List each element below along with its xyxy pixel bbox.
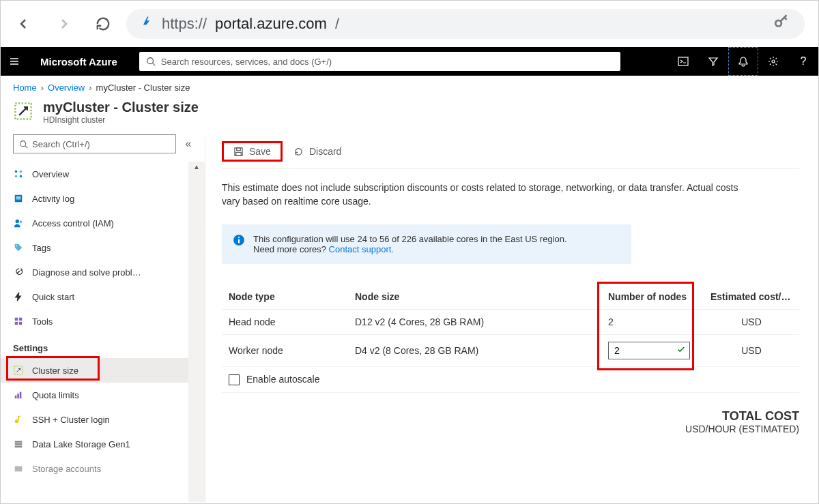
svg-point-3 [772, 60, 775, 63]
chevron-right-icon: › [89, 83, 91, 93]
browser-url-bar[interactable]: https://portal.azure.com/ [126, 9, 805, 39]
settings-icon[interactable] [758, 47, 788, 76]
table-row: Head node D12 v2 (4 Cores, 28 GB RAM) 2 … [222, 310, 799, 335]
svg-point-6 [15, 171, 18, 173]
browser-reload-button[interactable] [94, 14, 113, 33]
checkbox-icon [229, 374, 240, 385]
save-button[interactable]: Save [222, 141, 283, 162]
info-icon [233, 234, 245, 246]
contact-support-link[interactable]: Contact support. [329, 244, 394, 254]
page-subtitle: HDInsight cluster [43, 115, 199, 125]
svg-point-8 [15, 175, 18, 178]
svg-rect-26 [18, 416, 20, 417]
checkmark-icon [676, 345, 686, 357]
sidebar-search-placeholder: Search (Ctrl+/) [32, 139, 90, 149]
nodes-table: Node type Node size Number of nodes Esti… [222, 284, 799, 393]
access-control-icon [13, 218, 24, 228]
svg-point-15 [16, 246, 18, 247]
discard-button[interactable]: Discard [285, 141, 349, 162]
sidebar-item-data-lake[interactable]: Data Lake Storage Gen1 [1, 432, 188, 456]
activity-log-icon [13, 193, 24, 204]
help-icon[interactable]: ? [788, 47, 818, 76]
sidebar-heading-settings: Settings [1, 333, 188, 358]
svg-rect-18 [15, 322, 18, 325]
svg-point-7 [20, 171, 23, 173]
svg-rect-23 [20, 392, 22, 399]
notifications-icon[interactable] [728, 47, 758, 76]
svg-rect-17 [19, 318, 22, 321]
svg-rect-19 [19, 322, 22, 325]
directory-filter-icon[interactable] [698, 47, 728, 76]
svg-rect-33 [236, 152, 242, 155]
sidebar-item-label: Cluster size [32, 366, 78, 376]
sidebar-item-tools[interactable]: Tools [1, 309, 188, 333]
cell-num-nodes: 2 [601, 310, 704, 335]
browser-back-button[interactable] [14, 14, 33, 33]
page-header: myCluster - Cluster size HDInsight clust… [1, 97, 818, 134]
cell-num-nodes [601, 335, 704, 367]
sidebar-item-label: Tools [32, 316, 53, 327]
azure-top-bar: Microsoft Azure Search resources, servic… [1, 47, 818, 76]
sidebar-item-tags[interactable]: Tags [1, 235, 188, 260]
sidebar-search-input[interactable]: Search (Ctrl+/) [13, 134, 176, 153]
sidebar-item-label: Quick start [32, 292, 74, 302]
total-cost-title: TOTAL COST [222, 409, 799, 424]
sidebar-item-cluster-size[interactable]: Cluster size [1, 358, 188, 383]
browser-forward-button[interactable] [54, 14, 73, 33]
info-message: This configuration will use 24 to 56 of … [222, 224, 631, 264]
sidebar-item-quota-limits[interactable]: Quota limits [1, 383, 188, 407]
col-est-cost: Estimated cost/… [704, 284, 799, 310]
sidebar-item-storage-accounts[interactable]: Storage accounts [1, 456, 188, 481]
key-icon [773, 13, 791, 35]
total-cost: TOTAL COST USD/HOUR (ESTIMATED) [222, 409, 799, 434]
data-lake-icon [13, 439, 24, 449]
hamburger-menu-button[interactable] [1, 56, 28, 67]
sidebar-scrollbar[interactable]: ▲ [188, 162, 205, 502]
svg-rect-27 [15, 441, 23, 443]
sidebar-item-quick-start[interactable]: Quick start [1, 284, 188, 309]
collapse-sidebar-button[interactable]: « [182, 138, 195, 150]
svg-rect-30 [15, 466, 23, 472]
svg-rect-35 [238, 239, 240, 243]
brand-label: Microsoft Azure [28, 56, 132, 68]
autoscale-row: Enable autoscale [222, 367, 799, 393]
sidebar-item-ssh-login[interactable]: SSH + Cluster login [1, 407, 188, 432]
sidebar-item-label: Access control (IAM) [32, 218, 114, 228]
svg-rect-29 [15, 446, 23, 448]
url-scheme: https:// [162, 15, 207, 33]
description-text: This estimate does not include subscript… [222, 181, 754, 208]
col-num-nodes: Number of nodes [601, 284, 704, 310]
svg-rect-28 [15, 443, 23, 445]
svg-point-13 [16, 220, 19, 223]
sidebar-item-overview[interactable]: Overview [1, 162, 188, 186]
chevron-right-icon: › [41, 83, 44, 93]
sidebar-item-access-control[interactable]: Access control (IAM) [1, 211, 188, 235]
svg-rect-25 [18, 417, 19, 421]
breadcrumb-home[interactable]: Home [13, 83, 37, 93]
sidebar-item-label: Diagnose and solve probl… [32, 267, 141, 278]
svg-rect-32 [237, 147, 241, 150]
diagnose-icon [13, 267, 24, 278]
svg-rect-21 [15, 396, 17, 398]
col-node-type: Node type [222, 284, 348, 310]
breadcrumb: Home › Overview › myCluster - Cluster si… [1, 76, 818, 97]
sidebar-item-activity-log[interactable]: Activity log [1, 186, 188, 211]
cell-est-cost: USD [704, 335, 799, 367]
svg-rect-11 [16, 196, 21, 197]
page-title: myCluster - Cluster size [43, 100, 199, 115]
url-path: / [335, 15, 339, 33]
tags-icon [13, 242, 24, 253]
info-line1: This configuration will use 24 to 56 of … [253, 234, 567, 244]
cluster-icon [13, 101, 33, 121]
top-actions: ? [668, 47, 818, 76]
svg-rect-16 [15, 318, 18, 321]
breadcrumb-overview[interactable]: Overview [48, 83, 85, 93]
command-bar: Save Discard [222, 141, 799, 169]
global-search-input[interactable]: Search resources, services, and docs (G+… [139, 52, 620, 71]
col-node-size: Node size [348, 284, 601, 310]
table-row: Worker node D4 v2 (8 Cores, 28 GB RAM) U… [222, 335, 799, 367]
cloud-shell-icon[interactable] [668, 47, 698, 76]
enable-autoscale-checkbox[interactable]: Enable autoscale [229, 374, 319, 385]
sidebar-item-label: Data Lake Storage Gen1 [32, 439, 130, 449]
sidebar-item-diagnose[interactable]: Diagnose and solve probl… [1, 260, 188, 284]
